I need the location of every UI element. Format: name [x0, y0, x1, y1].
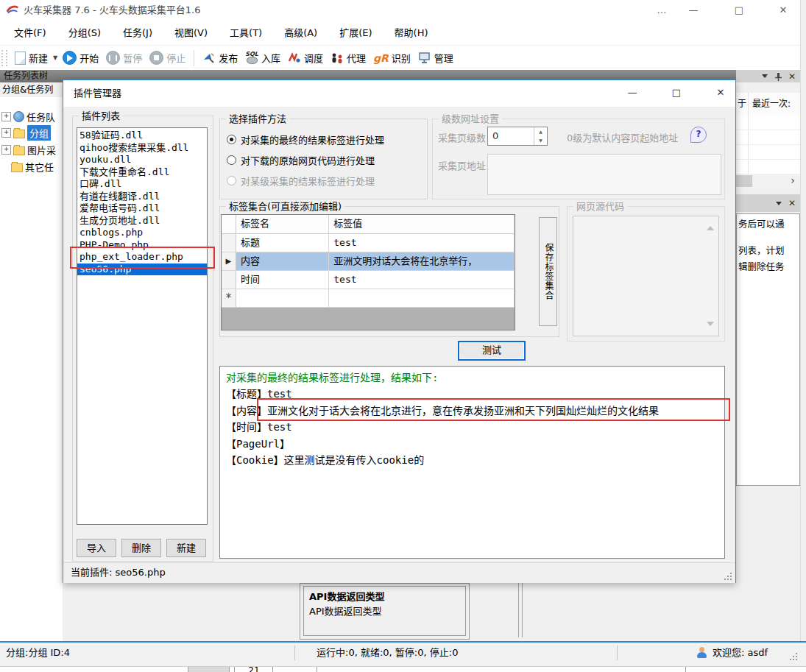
- level-hint-label: 0级为默认内容页起始地址: [567, 130, 678, 144]
- sql-import-button[interactable]: SQL 入库: [241, 49, 284, 66]
- menu-task[interactable]: 任务(J): [112, 21, 163, 45]
- menu-tools[interactable]: 工具(T): [219, 21, 273, 45]
- pin-icon[interactable]: [774, 72, 782, 81]
- save-tag-collection-button[interactable]: 保存标签集合: [539, 217, 557, 326]
- tag-value-cell[interactable]: [329, 289, 515, 308]
- expand-icon[interactable]: +: [1, 145, 11, 155]
- plugin-list-item[interactable]: 口碑.dll: [77, 178, 207, 191]
- menu-group[interactable]: 分组(S): [57, 21, 112, 45]
- tag-grid: 标签名 标签值 标题 test ▶ 内容 亚洲文明对话大会将在北京举行， 时间 …: [221, 214, 515, 330]
- table-row[interactable]: 标题 test: [222, 234, 515, 252]
- table-row-new[interactable]: *: [222, 289, 515, 308]
- welcome-user-label: 欢迎您: asdf: [713, 641, 768, 666]
- expand-icon[interactable]: +: [1, 112, 11, 121]
- scroll-right-icon[interactable]: ›: [786, 174, 799, 188]
- menu-extend[interactable]: 扩展(E): [328, 21, 383, 45]
- schedule-button[interactable]: 调度: [284, 49, 327, 66]
- spinner-buttons[interactable]: ▲ ▼: [534, 127, 547, 145]
- page-level-spinner[interactable]: 0 ▲ ▼: [487, 127, 548, 146]
- scroll-up-icon[interactable]: [707, 222, 714, 230]
- menu-view[interactable]: 视图(V): [163, 21, 219, 45]
- plugin-list-item[interactable]: 有道在线翻译.dll: [77, 191, 207, 203]
- scroll-down-icon[interactable]: [707, 322, 714, 330]
- row-selector[interactable]: [222, 234, 236, 252]
- page-source-box: [573, 216, 719, 336]
- radio-raw-html[interactable]: 对下载的原始网页代码进行处理: [227, 152, 375, 167]
- table-row[interactable]: 时间 test: [222, 271, 515, 289]
- panel-close-icon[interactable]: ✕: [788, 72, 796, 81]
- tag-value-cell[interactable]: test: [329, 234, 515, 252]
- task-table-col-a: 于: [738, 93, 746, 115]
- app-logo-icon: [6, 4, 19, 17]
- folder-icon: [11, 163, 23, 172]
- cell-border: [685, 667, 686, 672]
- api-box-subtitle: API数据返回类型: [309, 604, 382, 618]
- new-button[interactable]: 新建: [11, 49, 52, 66]
- panel-menu-icon[interactable]: [776, 202, 782, 208]
- current-row-icon[interactable]: ▶: [222, 252, 236, 271]
- more-button[interactable]: …: [651, 0, 673, 21]
- plugin-list-item[interactable]: qihoo搜索结果采集.dll: [77, 142, 207, 155]
- tag-value-cell[interactable]: 亚洲文明对话大会将在北京举行，: [329, 252, 515, 271]
- import-button[interactable]: 导入: [77, 539, 116, 557]
- publish-button[interactable]: 发布: [199, 49, 241, 66]
- dialog-minimize-button[interactable]: —: [620, 83, 645, 102]
- table-row-selected[interactable]: ▶ 内容 亚洲文明对话大会将在北京举行，: [222, 252, 515, 271]
- menu-file[interactable]: 文件(F): [3, 21, 57, 45]
- resize-grip-icon[interactable]: [789, 652, 798, 661]
- row-selector[interactable]: [222, 271, 236, 289]
- new-plugin-button[interactable]: 新建: [166, 539, 206, 557]
- group-task-tab[interactable]: 分组&任务列: [0, 82, 63, 97]
- plugin-list-item[interactable]: 58验证码.dll: [77, 130, 207, 142]
- plugin-list-item[interactable]: youku.dll: [77, 154, 207, 166]
- dialog-close-button[interactable]: ✕: [708, 83, 733, 102]
- tree-item-other-task[interactable]: 其它任: [0, 159, 63, 174]
- spinner-up-icon[interactable]: ▲: [534, 127, 547, 136]
- plugin-list-item[interactable]: 下载文件重命名.dll: [77, 166, 207, 179]
- panel-menu-icon[interactable]: [762, 74, 768, 81]
- recognize-button[interactable]: gR 识别: [370, 49, 414, 66]
- menu-advanced[interactable]: 高级(A): [273, 21, 328, 45]
- plugin-list-item[interactable]: 爱帮电话号码.dll: [77, 202, 207, 215]
- scrollbar-thumb[interactable]: [736, 175, 752, 187]
- tag-name-cell[interactable]: [236, 289, 329, 308]
- panel-close-icon[interactable]: ✕: [788, 199, 796, 208]
- toolbar-grip[interactable]: [1, 50, 7, 66]
- tag-name-cell[interactable]: 内容: [236, 252, 329, 271]
- dialog-maximize-button[interactable]: □: [664, 83, 689, 102]
- tree-item-task-queue[interactable]: + 任务队: [0, 109, 63, 124]
- manage-button[interactable]: 管理: [414, 49, 457, 66]
- plugin-list-item[interactable]: 生成分页地址.dll: [77, 215, 207, 227]
- tree-item-image-collect[interactable]: + 图片采: [0, 142, 63, 158]
- plugin-listbox[interactable]: 58验证码.dll qihoo搜索结果采集.dll youku.dll 下载文件…: [77, 127, 208, 525]
- plugin-list-item[interactable]: cnblogs.php: [77, 227, 207, 239]
- plugin-manager-dialog: 插件管理器 — □ ✕ 插件列表 58验证码.dll qihoo搜索结果采集.d…: [63, 79, 736, 583]
- task-table-divider: [748, 93, 749, 174]
- proxy-button[interactable]: 代理: [327, 49, 370, 66]
- menu-help[interactable]: 帮助(H): [383, 21, 439, 45]
- new-dropdown-icon[interactable]: ▼: [53, 54, 57, 61]
- dialog-titlebar[interactable]: 插件管理器 — □ ✕: [63, 80, 735, 107]
- test-button[interactable]: 测试: [458, 341, 526, 361]
- spinner-down-icon[interactable]: ▼: [534, 136, 547, 145]
- close-button[interactable]: ✕: [768, 0, 798, 21]
- tag-value-cell[interactable]: test: [329, 271, 515, 289]
- radio-final-result[interactable]: 对采集的最终的结果标签进行处理: [227, 132, 384, 146]
- table-row-line: [736, 130, 800, 130]
- delete-button[interactable]: 删除: [121, 539, 161, 557]
- current-plugin-status: 当前插件: seo56.php: [71, 562, 166, 583]
- task-list-panel-caption: ✕: [736, 70, 800, 82]
- tag-name-cell[interactable]: 时间: [236, 271, 329, 289]
- radio-icon: [227, 155, 236, 165]
- minimize-button[interactable]: —: [679, 0, 708, 21]
- tree-item-group[interactable]: + 分组: [0, 125, 63, 141]
- annotation-selected-plugin: [70, 247, 215, 269]
- expand-icon[interactable]: +: [1, 128, 11, 138]
- resize-grip-icon[interactable]: [724, 572, 732, 581]
- new-row-icon[interactable]: *: [222, 289, 236, 308]
- start-button[interactable]: 开始: [59, 49, 102, 66]
- help-icon[interactable]: ?: [690, 127, 707, 143]
- user-icon: [696, 647, 708, 659]
- maximize-button[interactable]: □: [724, 0, 754, 21]
- tag-name-cell[interactable]: 标题: [236, 234, 329, 252]
